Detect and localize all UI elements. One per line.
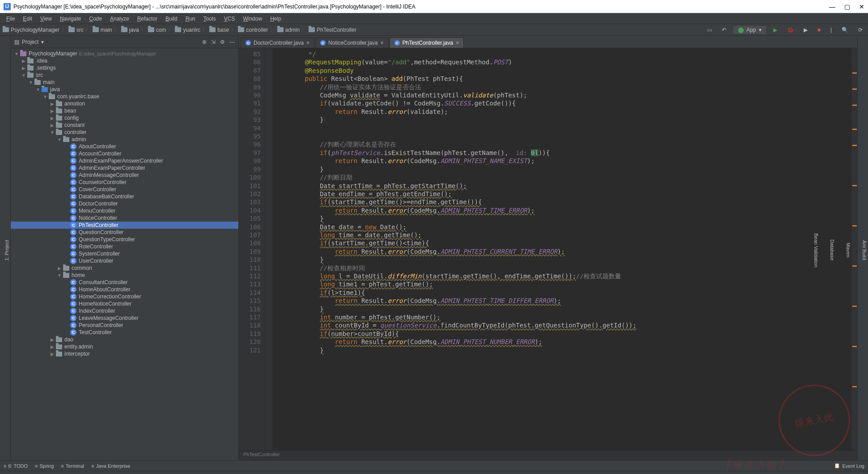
menu-build[interactable]: Build (162, 15, 181, 23)
tree-item-rolecontroller[interactable]: CRoleController (11, 243, 238, 250)
project-view-selector[interactable]: ▾ (41, 39, 44, 45)
breadcrumb-yuanlrc[interactable]: yuanlrc (175, 27, 200, 33)
tree-item-interceptor[interactable]: ▶interceptor (11, 350, 238, 357)
layout-icon[interactable]: ▭ (704, 26, 715, 34)
menu-navigate[interactable]: Navigate (56, 15, 85, 23)
tree-item-java[interactable]: ▼java (11, 86, 238, 93)
tree-item-accountcontroller[interactable]: CAccountController (11, 150, 238, 157)
close-tab-icon[interactable]: × (456, 40, 459, 46)
tree-item-counselorcontroller[interactable]: CCounselorController (11, 179, 238, 186)
breadcrumb-java[interactable]: java (121, 27, 139, 33)
menu-view[interactable]: View (37, 15, 55, 23)
marker-strip[interactable] (851, 48, 857, 450)
tree-item-doctorcontroller[interactable]: CDoctorController (11, 200, 238, 207)
tree-item-covercontroller[interactable]: CCoverController (11, 186, 238, 193)
tree-item-leavemessagecontroller[interactable]: CLeaveMessageController (11, 315, 238, 322)
tree-item-homeaboutcontroller[interactable]: CHomeAboutController (11, 286, 238, 293)
menu-tools[interactable]: Tools (200, 15, 220, 23)
debug-button[interactable]: 🐞 (784, 26, 796, 34)
tree-item-constant[interactable]: ▶constant (11, 122, 238, 129)
tree-item-annotion[interactable]: ▶annotion (11, 100, 238, 107)
right-tool-antbuild[interactable]: Ant Build (861, 239, 868, 261)
fold-gutter[interactable] (266, 48, 273, 450)
menu-vcs[interactable]: VCS (220, 15, 239, 23)
menu-code[interactable]: Code (85, 15, 106, 23)
left-tool-project[interactable]: 1: Project (3, 239, 10, 261)
tree-item-testcontroller[interactable]: CTestController (11, 329, 238, 336)
locate-icon[interactable]: ⊕ (202, 39, 207, 45)
tab-phtestcontroller[interactable]: CPhTestController.java× (390, 38, 464, 48)
tree-item-usercontroller[interactable]: CUserController (11, 257, 238, 264)
tab-noticecontroller[interactable]: CNoticeController.java× (315, 38, 389, 48)
coverage-button[interactable]: ▶̇ (801, 26, 810, 34)
menu-file[interactable]: File (3, 15, 18, 23)
tree-item-questioncontroller[interactable]: CQuestionController (11, 229, 238, 236)
tree-item-menucontroller[interactable]: CMenuController (11, 207, 238, 214)
back-icon[interactable]: ↶ (719, 26, 729, 34)
bottom-tool-spring[interactable]: ≡ Spring (35, 463, 54, 469)
bottom-tool-javaenterprise[interactable]: ≡ Java Enterprise (91, 463, 130, 469)
tree-item-config[interactable]: ▶config (11, 114, 238, 122)
tree-item-settings[interactable]: ▶.settings (11, 64, 238, 71)
tree-item-adminexampapercontroller[interactable]: CAdminExamPaperController (11, 164, 238, 172)
search-button[interactable]: 🔍 (839, 26, 851, 34)
minimize-button[interactable]: — (829, 3, 835, 10)
update-button[interactable]: ⟳ (855, 26, 865, 34)
breadcrumb-com[interactable]: com (148, 27, 166, 33)
menu-edit[interactable]: Edit (19, 15, 36, 23)
breadcrumb-main[interactable]: main (93, 27, 112, 33)
menu-help[interactable]: Help (267, 15, 285, 23)
breadcrumb-admin[interactable]: admin (277, 27, 300, 33)
tree-item-indexcontroller[interactable]: CIndexController (11, 307, 238, 315)
bottom-tool-todo[interactable]: ≡ 6: TODO (4, 463, 28, 469)
project-tree[interactable]: ▼PsychologyManagerE:\idea_space\Psycholo… (11, 48, 238, 460)
tree-item-noticecontroller[interactable]: CNoticeController (11, 214, 238, 222)
tree-item-phtestcontroller[interactable]: CPhTestController (11, 222, 238, 229)
right-tool-database[interactable]: Database (829, 239, 836, 261)
breadcrumb-psychologymanager[interactable]: PsychologyManager (3, 27, 59, 33)
maximize-button[interactable]: ▢ (844, 3, 850, 10)
tree-item-psychologymanager[interactable]: ▼PsychologyManagerE:\idea_space\Psycholo… (11, 50, 238, 57)
tree-item-databasebakcontroller[interactable]: CDatabaseBakController (11, 193, 238, 200)
tree-item-consultantcontroller[interactable]: CConsultantController (11, 279, 238, 286)
breadcrumb-base[interactable]: base (209, 27, 229, 33)
tree-item-adminexampaperanswercontroller[interactable]: CAdminExamPaperAnswerController (11, 157, 238, 164)
tree-item-main[interactable]: ▼main (11, 79, 238, 86)
close-tab-icon[interactable]: × (306, 40, 309, 46)
tree-item-aboutcontroller[interactable]: CAboutController (11, 143, 238, 150)
settings-icon[interactable]: ⚙ (220, 39, 225, 45)
breadcrumb-controller[interactable]: controller (238, 27, 268, 33)
editor-breadcrumb[interactable]: PhTestController (239, 450, 857, 460)
menu-window[interactable]: Window (239, 15, 266, 23)
menu-refactor[interactable]: Refactor (134, 15, 161, 23)
tree-item-src[interactable]: ▼src (11, 71, 238, 79)
tree-item-homecorrectioncontroller[interactable]: CHomeCorrectionController (11, 293, 238, 300)
hide-icon[interactable]: — (229, 39, 235, 45)
tree-item-homenoticecontroller[interactable]: CHomeNoticeController (11, 300, 238, 307)
stop-button[interactable]: ■ (815, 26, 823, 34)
bottom-tool-terminal[interactable]: ≡ Terminal (61, 463, 84, 469)
breadcrumb-src[interactable]: src (68, 27, 84, 33)
close-tab-icon[interactable]: × (381, 40, 384, 46)
breadcrumb-phtestcontroller[interactable]: PhTestController (309, 27, 356, 33)
tree-item-admin[interactable]: ▼admin (11, 136, 238, 143)
tree-item-idea[interactable]: ▶.idea (11, 57, 238, 64)
run-config-selector[interactable]: ⬤ App ▾ (733, 26, 766, 34)
tree-item-bean[interactable]: ▶bean (11, 107, 238, 114)
tree-item-personalcontroller[interactable]: CPersonalController (11, 322, 238, 329)
tree-item-adminmessagecontroller[interactable]: CAdminMessageController (11, 172, 238, 179)
tree-item-common[interactable]: ▶common (11, 264, 238, 272)
tab-doctorcontroller[interactable]: CDoctorController.java× (241, 38, 314, 48)
right-tool-beanvalidation[interactable]: Bean Validation (813, 232, 820, 268)
menu-run[interactable]: Run (182, 15, 199, 23)
tree-item-controller[interactable]: ▼controller (11, 129, 238, 136)
code-editor[interactable]: */ @RequestMapping(value="/add",method=R… (273, 48, 851, 450)
close-button[interactable]: ✕ (859, 3, 864, 10)
menu-analyze[interactable]: Analyze (106, 15, 133, 23)
run-button[interactable]: ▶ (771, 26, 780, 34)
tree-item-home[interactable]: ▼home (11, 272, 238, 279)
tree-item-questiontypecontroller[interactable]: CQuestionTypeController (11, 236, 238, 243)
tree-item-comyuanlrcbase[interactable]: ▼com.yuanlrc.base (11, 93, 238, 100)
tree-item-dao[interactable]: ▶dao (11, 336, 238, 343)
event-log-button[interactable]: 📋 Event Log (834, 463, 864, 469)
